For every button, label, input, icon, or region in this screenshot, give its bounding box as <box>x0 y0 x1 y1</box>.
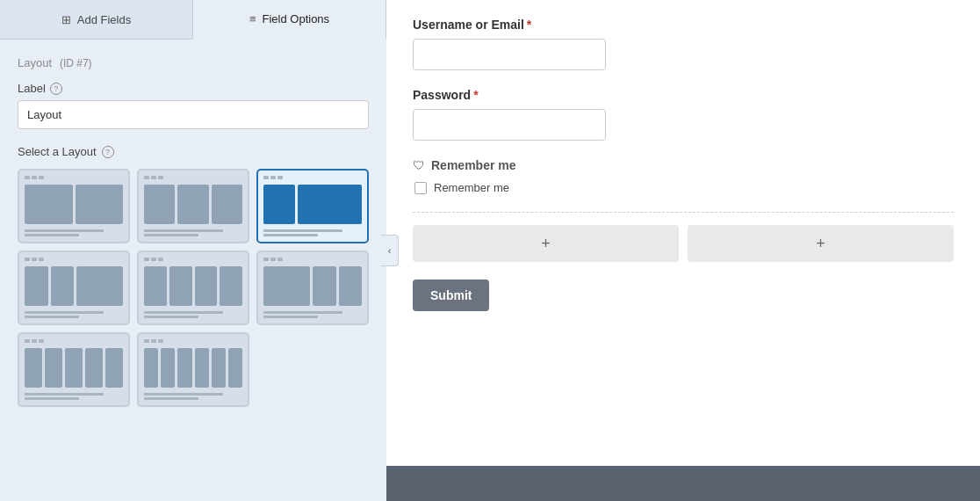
username-input-display <box>413 39 606 70</box>
username-required: * <box>527 18 531 32</box>
add-column-right-button[interactable]: + <box>688 225 954 262</box>
layout-option-8[interactable] <box>137 332 249 407</box>
right-panel: Username or Email* Password* 🛡 Remember … <box>386 0 980 501</box>
shield-icon: 🛡 <box>413 158 425 172</box>
remember-section-label: Remember me <box>431 158 516 172</box>
username-field-group: Username or Email* <box>413 18 954 70</box>
layout-option-1[interactable] <box>18 169 130 243</box>
section-title: Layout (ID #7) <box>18 55 369 69</box>
layout-option-6[interactable] <box>256 250 369 325</box>
plus-icon-right: + <box>816 235 825 253</box>
remember-checkbox-row[interactable]: Remember me <box>414 181 954 194</box>
password-label: Password* <box>413 88 954 102</box>
layout-option-2[interactable] <box>137 169 249 243</box>
layout-option-4[interactable] <box>18 250 130 325</box>
password-required: * <box>473 88 478 102</box>
remember-checkbox-label: Remember me <box>434 181 509 194</box>
sliders-icon: ≡ <box>249 12 256 25</box>
panel-body: Layout (ID #7) Label ? Select a Layout ? <box>0 40 386 501</box>
label-row: Label ? <box>18 82 369 95</box>
collapse-button[interactable]: ‹ <box>381 235 399 266</box>
password-field-group: Password* <box>413 88 954 141</box>
add-row: + + <box>413 212 954 262</box>
remember-checkbox[interactable] <box>414 182 427 194</box>
password-input-display <box>413 109 606 141</box>
submit-button[interactable]: Submit <box>413 280 489 311</box>
layout-option-5[interactable] <box>137 250 249 325</box>
grid-icon: ⊞ <box>61 13 71 26</box>
select-layout-help-icon[interactable]: ? <box>102 146 114 158</box>
remember-me-section: 🛡 Remember me Remember me <box>413 158 954 194</box>
username-label: Username or Email* <box>413 18 954 32</box>
add-column-left-button[interactable]: + <box>413 225 679 262</box>
label-input[interactable] <box>18 100 369 129</box>
tab-add-fields[interactable]: ⊞ Add Fields <box>0 0 193 39</box>
select-layout-row: Select a Layout ? <box>18 145 369 158</box>
left-panel: ⊞ Add Fields ≡ Field Options Layout (ID … <box>0 0 386 501</box>
layout-grid <box>18 169 369 407</box>
bottom-bar <box>386 466 980 501</box>
tab-field-options[interactable]: ≡ Field Options <box>193 0 386 40</box>
plus-icon-left: + <box>541 235 551 253</box>
form-area: Username or Email* Password* 🛡 Remember … <box>386 0 980 466</box>
layout-option-3[interactable] <box>256 169 369 243</box>
remember-label-row: 🛡 Remember me <box>413 158 954 172</box>
label-help-icon[interactable]: ? <box>50 83 62 95</box>
layout-option-7[interactable] <box>18 332 130 407</box>
tab-bar: ⊞ Add Fields ≡ Field Options <box>0 0 386 40</box>
